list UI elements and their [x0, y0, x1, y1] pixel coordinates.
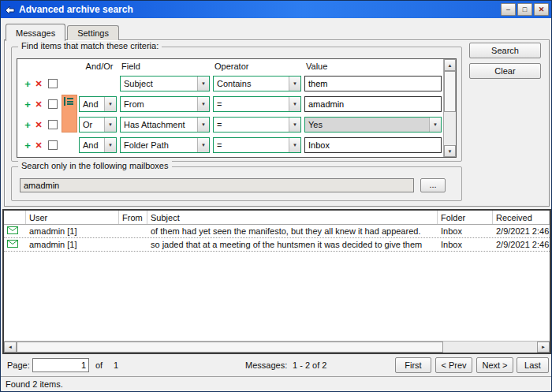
header-subject[interactable]: Subject — [147, 211, 438, 224]
scroll-down-icon[interactable]: ▼ — [444, 145, 456, 157]
header-field: Field — [120, 62, 213, 71]
result-received: 2/9/2021 2:46 — [493, 225, 550, 237]
first-page-button[interactable]: First — [395, 357, 431, 373]
chevron-down-icon[interactable]: ▼ — [289, 118, 300, 132]
chevron-down-icon[interactable]: ▼ — [104, 97, 116, 111]
delete-row-icon[interactable]: ✕ — [33, 99, 44, 110]
chevron-down-icon[interactable]: ▼ — [289, 138, 300, 152]
operator-select[interactable]: = ▼ — [213, 96, 301, 112]
result-folder: Inbox — [438, 225, 493, 237]
search-button[interactable]: Search — [469, 43, 541, 58]
results-list: User From Subject Folder Received amadmi… — [2, 209, 551, 354]
operator-select[interactable]: Contains ▼ — [213, 76, 301, 91]
group-bracket-icon — [64, 97, 73, 106]
andor-select[interactable]: And ▼ — [79, 137, 117, 153]
value-input[interactable] — [304, 76, 442, 91]
add-row-icon[interactable]: + — [22, 78, 33, 90]
envelope-icon — [7, 240, 18, 249]
messages-tab-page: Find items that match these criteria: An… — [4, 39, 550, 207]
result-row[interactable]: amadmin [1] of them had yet seen the man… — [4, 225, 550, 238]
results-header: User From Subject Folder Received — [4, 211, 550, 225]
advanced-archive-search-window: Advanced archive search – □ ✕ Messages S… — [0, 0, 552, 392]
scrollbar-thumb[interactable] — [444, 71, 456, 112]
criteria-group-label: Find items that match these criteria: — [18, 41, 162, 50]
tab-settings[interactable]: Settings — [67, 25, 119, 40]
scrollbar-track[interactable] — [17, 342, 537, 353]
result-user: amadmin [1] — [26, 238, 119, 251]
scrollbar-track[interactable] — [444, 71, 456, 145]
titlebar[interactable]: Advanced archive search – □ ✕ — [1, 1, 551, 18]
tab-messages[interactable]: Messages — [6, 24, 65, 41]
row-checkbox[interactable] — [48, 99, 58, 109]
tab-strip: Messages Settings — [6, 23, 121, 40]
scrollbar-thumb[interactable] — [17, 342, 443, 353]
prev-page-button[interactable]: < Prev — [435, 357, 472, 373]
result-from — [119, 238, 147, 251]
results-h-scrollbar[interactable]: ◄ ► — [4, 341, 550, 353]
field-select[interactable]: From ▼ — [120, 96, 210, 112]
chevron-down-icon[interactable]: ▼ — [197, 97, 209, 111]
header-andor: And/Or — [79, 62, 120, 71]
mailbox-groupbox: Search only in the following mailboxes .… — [11, 166, 462, 201]
header-user[interactable]: User — [26, 211, 119, 224]
app-icon — [3, 4, 16, 15]
maximize-icon[interactable]: □ — [517, 3, 532, 16]
mailbox-group-label: Search only in the following mailboxes — [18, 161, 172, 170]
chevron-down-icon[interactable]: ▼ — [197, 118, 209, 132]
result-from — [119, 225, 147, 237]
field-select[interactable]: Folder Path ▼ — [120, 137, 210, 153]
page-label: Page: — [7, 360, 30, 370]
minimize-icon[interactable]: – — [501, 3, 516, 16]
envelope-icon — [7, 226, 18, 236]
chevron-down-icon[interactable]: ▼ — [104, 138, 116, 152]
row-checkbox[interactable] — [48, 120, 58, 129]
close-icon[interactable]: ✕ — [534, 3, 549, 16]
value-select[interactable]: Yes ▼ — [304, 117, 442, 133]
next-page-button[interactable]: Next > — [476, 357, 513, 373]
header-folder[interactable]: Folder — [438, 211, 493, 224]
messages-range: 1 - 2 of 2 — [293, 360, 326, 370]
criteria-row: + ✕ And ▼ Folder Path ▼ — [17, 135, 456, 155]
operator-select[interactable]: = ▼ — [213, 137, 301, 153]
result-subject: so jaded that at a meeting of the huntsm… — [147, 238, 438, 251]
chevron-down-icon[interactable]: ▼ — [289, 77, 300, 91]
criteria-groupbox: Find items that match these criteria: An… — [11, 47, 462, 162]
chevron-down-icon[interactable]: ▼ — [197, 77, 209, 91]
criteria-scrollbar[interactable]: ▲ ▼ — [443, 59, 456, 157]
scroll-right-icon[interactable]: ► — [537, 342, 550, 353]
field-select[interactable]: Subject ▼ — [120, 76, 210, 91]
andor-select[interactable]: And ▼ — [79, 96, 117, 112]
mailbox-field[interactable] — [20, 178, 414, 192]
chevron-down-icon[interactable]: ▼ — [429, 118, 441, 132]
page-input[interactable] — [32, 358, 89, 372]
chevron-down-icon[interactable]: ▼ — [104, 118, 116, 132]
field-select[interactable]: Has Attachment ▼ — [120, 117, 210, 133]
andor-select[interactable]: Or ▼ — [79, 117, 117, 133]
status-text: Found 2 items. — [6, 379, 63, 389]
add-row-icon[interactable]: + — [22, 119, 33, 131]
header-from[interactable]: From — [119, 211, 147, 224]
delete-row-icon[interactable]: ✕ — [33, 120, 44, 130]
clear-button[interactable]: Clear — [469, 63, 541, 79]
messages-label: Messages: — [245, 360, 287, 370]
chevron-down-icon[interactable]: ▼ — [289, 97, 300, 111]
scroll-up-icon[interactable]: ▲ — [444, 59, 456, 71]
result-folder: Inbox — [438, 238, 493, 251]
delete-row-icon[interactable]: ✕ — [33, 79, 44, 89]
scroll-left-icon[interactable]: ◄ — [4, 342, 17, 353]
header-icon-column[interactable] — [4, 211, 26, 224]
mailbox-browse-button[interactable]: ... — [420, 178, 446, 192]
add-row-icon[interactable]: + — [22, 99, 33, 110]
result-row[interactable]: amadmin [1] so jaded that at a meeting o… — [4, 238, 550, 252]
delete-row-icon[interactable]: ✕ — [33, 140, 44, 151]
row-checkbox[interactable] — [48, 79, 58, 88]
header-received[interactable]: Received — [493, 211, 550, 224]
value-input[interactable] — [304, 137, 442, 153]
operator-select[interactable]: = ▼ — [213, 117, 301, 133]
criteria-group-indicator[interactable] — [62, 95, 77, 133]
row-checkbox[interactable] — [48, 140, 58, 150]
last-page-button[interactable]: Last — [517, 357, 549, 373]
chevron-down-icon[interactable]: ▼ — [197, 138, 209, 152]
value-input[interactable] — [304, 96, 442, 112]
add-row-icon[interactable]: + — [22, 140, 33, 151]
